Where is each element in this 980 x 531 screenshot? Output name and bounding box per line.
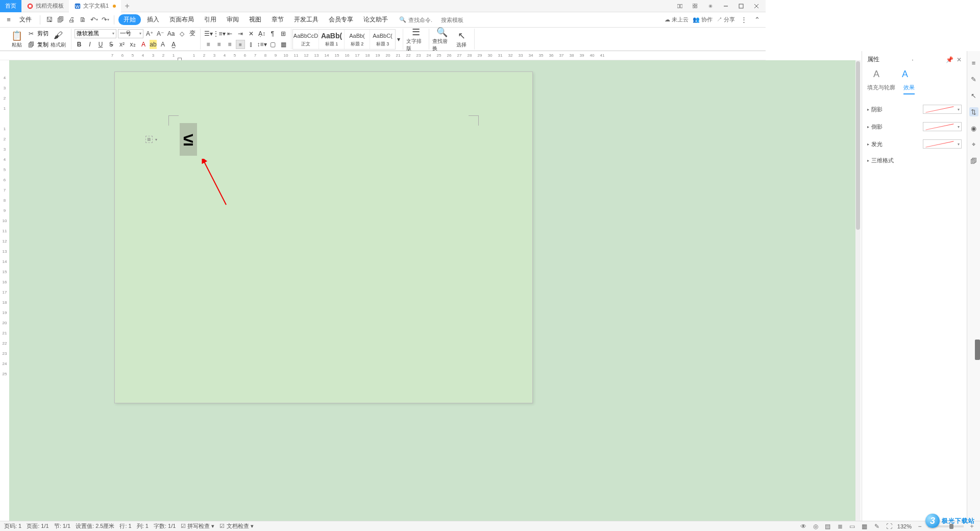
cloud-status[interactable]: ☁ 未上云 [665, 16, 689, 23]
svg-rect-8 [693, 6, 694, 8]
clear-format-icon[interactable]: ◇ [177, 29, 186, 38]
maximize-button[interactable] [735, 1, 747, 11]
tab-home[interactable]: 首页 [0, 0, 21, 12]
command-search[interactable]: 🔍 [399, 16, 472, 23]
svg-rect-13 [739, 4, 743, 8]
document-page[interactable]: 🗎 ≤ [114, 71, 533, 403]
underline-button[interactable]: U [96, 40, 105, 49]
style-more-icon[interactable]: ▾ [396, 35, 402, 44]
font-name-select[interactable]: 微软雅黑▾ [75, 29, 116, 38]
menu-thesis[interactable]: 论文助手 [359, 14, 392, 25]
cut-button[interactable]: 剪切 [37, 30, 48, 37]
show-mark-button[interactable]: ¶ [268, 29, 277, 38]
template-icon [27, 3, 34, 10]
print-icon[interactable]: 🖨 [67, 15, 76, 25]
phonetic-icon[interactable]: 变 [188, 29, 197, 38]
undo-icon[interactable]: ↶▾ [89, 15, 99, 25]
numbering-button[interactable]: ⋮≡▾ [214, 29, 224, 38]
document-area: 4321123456789101112131415161718192021222… [0, 60, 766, 415]
print-preview-icon[interactable]: 🗐 [56, 15, 65, 25]
align-right-button[interactable]: ≡ [225, 40, 234, 49]
paste-icon: 📋 [11, 30, 22, 41]
command-search-input[interactable] [408, 17, 439, 23]
char-shading-button[interactable]: A̲ [169, 40, 178, 49]
close-button[interactable] [750, 1, 763, 11]
change-case-icon[interactable]: Aa [166, 29, 176, 38]
format-painter-button[interactable]: 🖌 格式刷 [48, 30, 68, 49]
select-button[interactable]: ↖选择 [452, 30, 471, 49]
superscript-button[interactable]: x² [117, 40, 127, 49]
quick-print-icon[interactable]: 🗎 [78, 15, 87, 25]
more-menu-icon[interactable]: ⋮ [739, 15, 748, 25]
menu-review[interactable]: 审阅 [223, 14, 243, 25]
window-layout-icon[interactable] [674, 1, 686, 11]
style-h3[interactable]: AaBbC(标题 3 [370, 30, 395, 49]
share-button[interactable]: ↗ 分享 [717, 16, 735, 23]
menu-vip[interactable]: 会员专享 [325, 14, 357, 25]
line-spacing-button[interactable]: Ạ↕ [257, 29, 266, 38]
layout-icon: ☰ [412, 27, 420, 38]
align-left-button[interactable]: ≡ [204, 40, 213, 49]
save-icon[interactable]: 🖫 [44, 15, 54, 25]
paste-button[interactable]: 📋 粘贴 [7, 30, 27, 49]
collapse-ribbon-icon[interactable]: ⌃ [752, 15, 762, 25]
menu-page-layout[interactable]: 页面布局 [165, 14, 198, 25]
outdent-button[interactable]: ⇤ [225, 29, 234, 38]
cloud-sync-icon[interactable] [704, 1, 717, 11]
find-replace-button[interactable]: 🔍查找替换 [432, 27, 452, 52]
border-button[interactable]: ⊞ [279, 29, 288, 38]
font-decrease-icon[interactable]: A⁻ [156, 29, 165, 38]
tab-template[interactable]: 找稻壳模板 [21, 0, 69, 12]
menu-start[interactable]: 开始 [118, 14, 141, 25]
menu-file[interactable]: 文件 [15, 14, 36, 25]
distribute-button[interactable]: ⫿ [247, 40, 256, 49]
font-size-select[interactable]: 一号▾ [118, 29, 143, 38]
strikethrough-button[interactable]: S̶ [107, 40, 116, 49]
style-h1[interactable]: AaBb(标题 1 [318, 30, 344, 49]
page-border-button[interactable]: ▦ [279, 40, 288, 49]
tab-doc1[interactable]: W 文字文稿1 [69, 0, 121, 12]
shading-button[interactable]: ▢ [268, 40, 277, 49]
selected-character[interactable]: ≤ [180, 123, 197, 156]
copy-button[interactable]: 复制 [37, 41, 48, 49]
font-increase-icon[interactable]: A⁺ [145, 29, 154, 38]
italic-button[interactable]: I [85, 40, 94, 49]
style-h2[interactable]: AaBb(标题 2 [344, 30, 370, 49]
text-effect-button[interactable]: A [158, 40, 167, 49]
tab-add-button[interactable]: + [121, 2, 133, 11]
menu-insert[interactable]: 插入 [143, 14, 163, 25]
template-search-input[interactable] [441, 17, 472, 23]
minimize-button[interactable] [720, 1, 732, 11]
menu-hamburger-icon[interactable]: ≡ [4, 15, 13, 25]
margin-corner-tl [168, 115, 179, 126]
indent-button[interactable]: ⇥ [236, 29, 245, 38]
font-color-button[interactable]: A [139, 40, 148, 49]
style-normal[interactable]: AaBbCcD正文 [293, 30, 318, 49]
paste-options-icon[interactable]: 🗎 [145, 136, 153, 143]
menu-devtools[interactable]: 开发工具 [290, 14, 323, 25]
text-layout-button[interactable]: ☰文字排版 [406, 27, 426, 52]
redo-icon[interactable]: ↷▾ [101, 15, 110, 25]
bold-button[interactable]: B [75, 40, 84, 49]
titlebar: 首页 找稻壳模板 W 文字文稿1 + [0, 0, 766, 12]
menu-chapter[interactable]: 章节 [267, 14, 288, 25]
spacing-button[interactable]: ↕≡▾ [257, 40, 266, 49]
subscript-button[interactable]: x₂ [128, 40, 137, 49]
format-painter-icon: 🖌 [54, 30, 63, 41]
style-gallery[interactable]: AaBbCcD正文 AaBb(标题 1 AaBb(标题 2 AaBbC(标题 3 [292, 29, 396, 50]
bullets-button[interactable]: ☰▾ [204, 29, 213, 38]
cut-icon[interactable]: ✂ [27, 29, 36, 38]
menu-view[interactable]: 视图 [245, 14, 265, 25]
align-justify-button[interactable]: ≡ [236, 40, 245, 49]
collab-button[interactable]: 👥 协作 [693, 16, 713, 23]
word-doc-icon: W [74, 3, 81, 10]
highlight-button[interactable]: ab [150, 40, 157, 49]
menu-references[interactable]: 引用 [200, 14, 220, 25]
align-center-button[interactable]: ≡ [214, 40, 224, 49]
sort-button[interactable]: ✕ [247, 29, 256, 38]
ruler-horizontal[interactable]: 7654321123456789101112131415161718192021… [0, 51, 766, 60]
window-grid-icon[interactable] [689, 1, 701, 11]
copy-icon[interactable]: 🗐 [27, 40, 36, 50]
svg-rect-6 [693, 4, 694, 5]
ruler-vertical[interactable]: 4321123456789101112131415161718192021222… [0, 60, 9, 415]
